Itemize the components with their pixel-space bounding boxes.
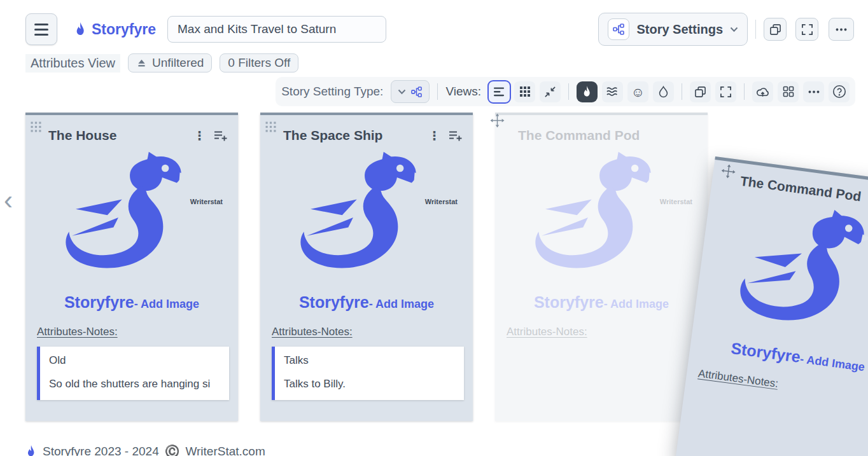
fullscreen-view-button[interactable]: [715, 81, 736, 102]
story-settings-node-icon: [608, 18, 629, 40]
fullscreen-button[interactable]: [795, 18, 818, 41]
divider: [568, 83, 569, 100]
expand-icon: [720, 86, 732, 98]
caption-action: - Add Image: [799, 352, 865, 373]
drop-view-button[interactable]: [653, 81, 674, 102]
footer-text: Storyfyre 2023 - 2024: [43, 445, 159, 456]
waves-view-button[interactable]: [602, 81, 623, 102]
add-image-button: Storyfyre- Add Image: [495, 293, 708, 312]
ellipsis-icon: [808, 90, 820, 93]
move-cursor-icon: [720, 163, 736, 182]
collapse-view-button[interactable]: [540, 81, 561, 102]
notes-box[interactable]: Old So old the shutters are hanging si: [37, 347, 229, 400]
watermark-label: Writerstat: [190, 198, 223, 205]
copyright-mark: ©️: [165, 444, 180, 456]
collapse-panel-button[interactable]: ‹: [4, 187, 13, 214]
ellipsis-icon: [836, 28, 847, 31]
filters-toggle-button[interactable]: 0 Filters Off: [220, 53, 298, 73]
image-placeholder: Writerstat: [495, 148, 708, 293]
caption-action: - Add Image: [369, 298, 434, 310]
footer: Storyfyre 2023 - 2024 ©️ WriterStat.com: [25, 444, 265, 456]
caption-brand: Storyfyre: [64, 293, 134, 311]
story-setting-card-house[interactable]: The House ⋮ Writerstat Storyfyre- Add Im…: [25, 113, 238, 421]
hamburger-menu-button[interactable]: [25, 13, 57, 45]
divider: [437, 83, 438, 100]
app-name: Storyfyre: [92, 21, 156, 38]
unfiltered-label: Unfiltered: [152, 56, 204, 70]
notes-label: Attributes-Notes:: [507, 326, 708, 338]
kebab-menu-icon[interactable]: ⋮: [428, 128, 440, 143]
dragon-logo: [59, 148, 205, 276]
collapse-icon: [544, 86, 556, 98]
dragon-logo: [293, 148, 440, 276]
flame-view-button[interactable]: [577, 81, 598, 102]
watermark-label: Writerstat: [425, 198, 458, 205]
image-placeholder[interactable]: Writerstat: [260, 148, 473, 293]
filters-label: 0 Filters Off: [228, 56, 290, 70]
toolbar-more-button[interactable]: [803, 81, 824, 102]
notes-label: Attributes-Notes:: [697, 368, 868, 407]
grid-icon: [519, 86, 531, 97]
card-title: The House: [48, 128, 193, 143]
smiley-icon: ☺: [631, 85, 645, 99]
setting-type-dropdown[interactable]: [391, 80, 430, 103]
kebab-menu-icon[interactable]: ⋮: [193, 128, 206, 143]
story-settings-label: Story Settings: [636, 22, 723, 37]
setting-type-label: Story Setting Type:: [281, 85, 383, 99]
caption-brand: Storyfyre: [299, 293, 369, 311]
copy-icon: [694, 86, 706, 98]
cloud-upload-icon: [755, 86, 770, 97]
copy-icon: [769, 24, 781, 36]
help-icon: [832, 85, 846, 99]
add-note-icon[interactable]: [213, 130, 228, 142]
image-placeholder[interactable]: Writerstat: [25, 148, 238, 293]
duplicate-story-button[interactable]: [764, 18, 787, 41]
list-icon: [493, 86, 505, 97]
story-settings-dropdown[interactable]: Story Settings: [598, 13, 748, 46]
duplicate-view-button[interactable]: [690, 81, 711, 102]
add-note-icon[interactable]: [448, 130, 463, 142]
drag-handle-icon[interactable]: [30, 121, 42, 135]
grid-view-button[interactable]: [514, 81, 535, 102]
card-title: The Command Pod: [518, 128, 697, 143]
chevron-down-icon: [730, 27, 738, 32]
note-line: Talks: [284, 354, 456, 367]
cards-row: The House ⋮ Writerstat Storyfyre- Add Im…: [25, 113, 708, 421]
notes-box[interactable]: Talks Talks to Billy.: [272, 347, 464, 400]
unfiltered-button[interactable]: Unfiltered: [128, 53, 212, 73]
drag-handle-icon[interactable]: [265, 121, 277, 135]
dragon-logo: [528, 148, 675, 276]
filter-bar: Attributes View Unfiltered 0 Filters Off: [25, 53, 298, 73]
caption-action: - Add Image: [134, 298, 199, 310]
story-setting-card-command-pod-ghost: The Command Pod Writerstat Storyfyre- Ad…: [495, 113, 708, 421]
footer-site-link[interactable]: WriterStat.com: [185, 445, 265, 456]
flame-icon: [25, 445, 37, 456]
watermark-label: Writerstat: [660, 198, 692, 205]
view-toolbar: Story Setting Type: Views: ☺: [276, 77, 855, 106]
layout-grid-button[interactable]: [778, 81, 799, 102]
divider: [755, 20, 756, 39]
help-button[interactable]: [829, 81, 850, 102]
current-view-label: Attributes View: [25, 54, 120, 73]
more-options-button[interactable]: [829, 18, 854, 41]
note-line: Talks to Billy.: [284, 378, 456, 390]
story-title-input[interactable]: [167, 16, 386, 43]
add-image-button[interactable]: Storyfyre- Add Image: [260, 293, 473, 312]
chevron-down-icon: [398, 89, 406, 95]
notes-label: Attributes-Notes:: [37, 326, 238, 338]
cloud-sync-button[interactable]: [752, 81, 773, 102]
image-placeholder: Writerstat: [692, 190, 868, 362]
note-line: Old: [49, 354, 221, 367]
caption-brand: Storyfyre: [534, 293, 604, 311]
story-setting-card-space-ship[interactable]: The Space Ship ⋮ Writerstat Storyfyre- A…: [260, 113, 473, 421]
mood-view-button[interactable]: ☺: [627, 81, 648, 102]
expand-icon: [801, 24, 813, 36]
hamburger-icon: [34, 24, 48, 25]
app-logo[interactable]: Storyfyre: [74, 21, 156, 38]
notes-label: Attributes-Notes:: [272, 326, 473, 338]
card-title: The Space Ship: [283, 128, 428, 143]
flame-icon: [582, 85, 592, 99]
water-drop-icon: [658, 85, 669, 98]
add-image-button[interactable]: Storyfyre- Add Image: [25, 293, 238, 312]
list-view-button[interactable]: [489, 81, 510, 102]
